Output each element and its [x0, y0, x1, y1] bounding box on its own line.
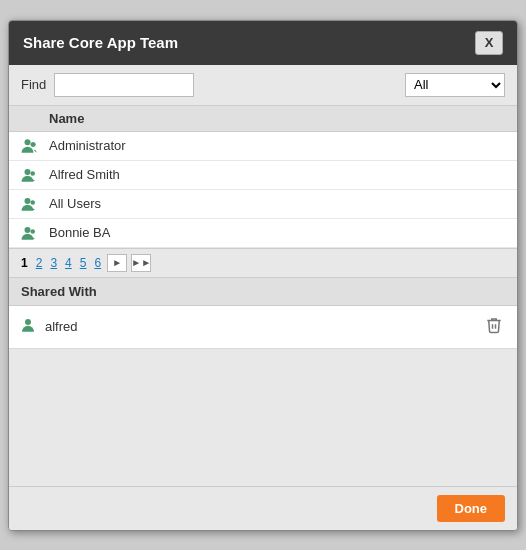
next-page-button[interactable]: ►	[107, 254, 127, 272]
shared-list: alfred	[9, 306, 517, 486]
row-name: Alfred Smith	[49, 167, 517, 182]
svg-point-3	[25, 169, 31, 175]
dialog-footer: Done	[9, 486, 517, 530]
table-row[interactable]: Administrator	[9, 132, 517, 161]
page-3[interactable]: 3	[48, 255, 59, 271]
page-2[interactable]: 2	[34, 255, 45, 271]
table-row[interactable]: All Users	[9, 190, 517, 219]
row-name: Bonnie BA	[49, 225, 517, 240]
svg-point-9	[25, 319, 31, 325]
share-dialog: Share Core App Team X Find All Users Gro…	[8, 20, 518, 531]
close-button[interactable]: X	[475, 31, 503, 55]
icon-col-header	[9, 111, 49, 126]
shared-item: alfred	[9, 306, 517, 349]
table-header: Name	[9, 106, 517, 132]
done-button[interactable]: Done	[437, 495, 506, 522]
table-row[interactable]: Alfred Smith	[9, 161, 517, 190]
page-1[interactable]: 1	[19, 255, 30, 271]
svg-point-0	[25, 139, 31, 145]
dialog-title: Share Core App Team	[23, 34, 178, 51]
user-icon	[9, 166, 49, 184]
find-input[interactable]	[54, 73, 194, 97]
shared-user-icon	[19, 316, 37, 338]
delete-button[interactable]	[481, 314, 507, 340]
last-page-button[interactable]: ►►	[131, 254, 151, 272]
row-name: Administrator	[49, 138, 517, 153]
svg-point-5	[25, 198, 31, 204]
table-row[interactable]: Bonnie BA	[9, 219, 517, 248]
page-5[interactable]: 5	[78, 255, 89, 271]
find-row: Find All Users Groups	[9, 65, 517, 106]
user-icon	[9, 224, 49, 242]
user-icon	[9, 137, 49, 155]
name-col-header: Name	[49, 111, 517, 126]
pagination: 1 2 3 4 5 6 ► ►►	[9, 249, 517, 278]
shared-user-name: alfred	[45, 319, 481, 334]
filter-select[interactable]: All Users Groups	[405, 73, 505, 97]
find-label: Find	[21, 77, 46, 92]
user-table: Name Administrator Alfred Smith	[9, 106, 517, 249]
shared-with-header: Shared With	[9, 278, 517, 306]
svg-point-8	[31, 229, 36, 234]
page-6[interactable]: 6	[92, 255, 103, 271]
svg-point-4	[31, 171, 36, 176]
svg-point-2	[31, 142, 36, 147]
dialog-header: Share Core App Team X	[9, 21, 517, 65]
svg-point-6	[31, 200, 36, 205]
page-4[interactable]: 4	[63, 255, 74, 271]
shared-with-section: Shared With alfred	[9, 278, 517, 486]
svg-point-7	[25, 227, 31, 233]
user-icon	[9, 195, 49, 213]
row-name: All Users	[49, 196, 517, 211]
